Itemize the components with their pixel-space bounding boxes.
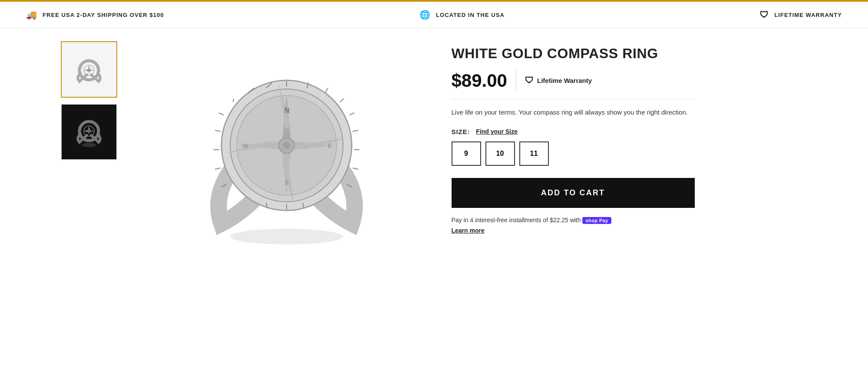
product-title: WHITE GOLD COMPASS RING: [452, 46, 695, 62]
warranty-badge: 🛡 Lifetime Warranty: [525, 76, 592, 85]
product-description: Live life on your terms. Your compass ri…: [452, 107, 695, 118]
thumbnail-1[interactable]: [61, 41, 117, 98]
size-button-10[interactable]: 10: [485, 141, 515, 166]
svg-line-10: [325, 88, 328, 93]
svg-point-5: [88, 130, 90, 132]
size-section: SIZE: Find your Size 9 10 11: [452, 128, 695, 166]
svg-point-6: [82, 143, 96, 147]
svg-line-15: [233, 99, 234, 102]
warranty-banner-label: LIFETIME WARRANTY: [774, 12, 842, 18]
thumbnail-1-bg: [62, 42, 116, 97]
location-banner-item: 🌐 LOCATED IN THE USA: [419, 10, 505, 20]
shipping-banner-item: 🚚 FREE USA 2-DAY SHIPPING OVER $100: [26, 10, 164, 20]
svg-line-17: [353, 130, 358, 132]
size-button-11[interactable]: 11: [519, 141, 549, 166]
installment-text-before: Pay in 4 interest-free installments of $…: [452, 217, 581, 224]
add-to-cart-button[interactable]: ADD TO CART: [452, 178, 695, 208]
svg-line-11: [340, 99, 344, 102]
svg-point-39: [283, 142, 290, 149]
svg-line-19: [353, 168, 358, 169]
warranty-banner-item: 🛡 LIFETIME WARRANTY: [760, 10, 842, 20]
product-price: $89.00: [452, 70, 507, 91]
shipping-label: FREE USA 2-DAY SHIPPING OVER $100: [43, 12, 164, 18]
svg-text:E: E: [328, 142, 332, 149]
truck-icon: 🚚: [26, 10, 37, 20]
price-warranty-row: $89.00 🛡 Lifetime Warranty: [452, 70, 695, 99]
installment-text: Pay in 4 interest-free installments of $…: [452, 217, 695, 224]
size-label: SIZE:: [452, 128, 470, 135]
svg-point-2: [88, 69, 90, 72]
svg-text:N: N: [284, 107, 290, 114]
learn-more-link[interactable]: Learn more: [452, 227, 485, 234]
top-banner: 🚚 FREE USA 2-DAY SHIPPING OVER $100 🌐 LO…: [0, 0, 868, 28]
shield-banner-icon: 🛡: [760, 10, 769, 20]
price-divider: [516, 70, 516, 91]
svg-line-21: [215, 130, 221, 132]
location-label: LOCATED IN THE USA: [436, 12, 505, 18]
main-content: N S E W WHITE GOLD COMPASS RING $89.00 🛡…: [43, 28, 825, 271]
warranty-text: Lifetime Warranty: [537, 77, 592, 84]
size-label-row: SIZE: Find your Size: [452, 128, 695, 135]
svg-text:S: S: [284, 179, 288, 186]
thumbnail-1-image: [72, 52, 106, 87]
thumbnail-2-bg: [62, 105, 116, 159]
svg-line-12: [350, 113, 354, 115]
thumbnail-list: [61, 41, 122, 258]
svg-text:W: W: [242, 142, 248, 149]
thumbnail-2-image: [72, 115, 106, 149]
svg-point-44: [230, 229, 343, 244]
globe-icon: 🌐: [419, 10, 431, 20]
thumbnail-2[interactable]: [61, 104, 117, 160]
shield-icon: 🛡: [525, 76, 534, 85]
main-image-area: N S E W: [135, 41, 439, 258]
product-details: WHITE GOLD COMPASS RING $89.00 🛡 Lifetim…: [452, 41, 695, 258]
main-product-image: N S E W: [187, 50, 386, 250]
size-options: 9 10 11: [452, 141, 695, 166]
svg-line-23: [215, 168, 221, 169]
size-button-9[interactable]: 9: [452, 141, 481, 166]
find-size-link[interactable]: Find your Size: [476, 128, 518, 135]
shop-pay-badge: shop Pay: [582, 217, 611, 224]
svg-line-16: [219, 113, 224, 115]
